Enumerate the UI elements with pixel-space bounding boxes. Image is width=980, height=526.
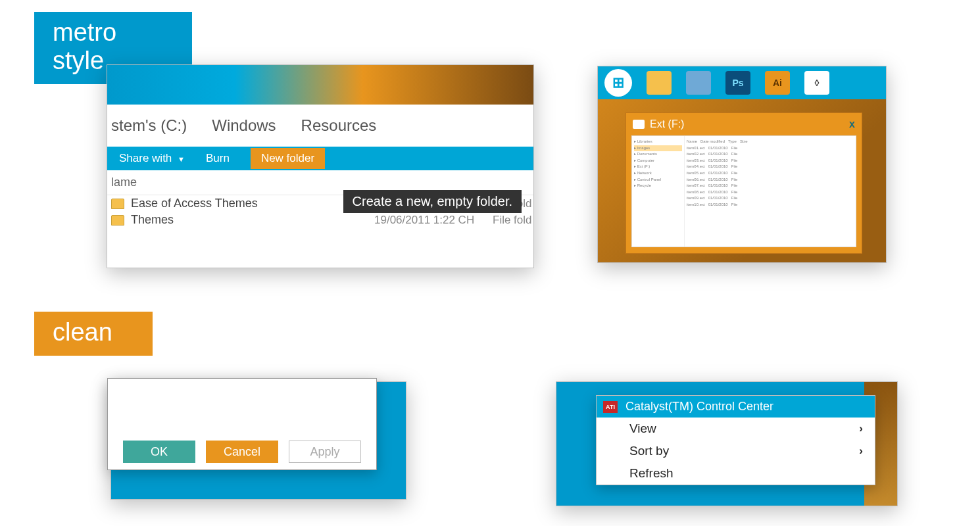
context-menu-header-label: Catalyst(TM) Control Center xyxy=(625,400,773,414)
dialog-button-row: OK Cancel Apply xyxy=(108,441,376,463)
breadcrumb-item[interactable]: Resources xyxy=(301,116,377,135)
taskbar: ⊞ Ps Ai ◊ xyxy=(598,66,886,99)
taskbar-foobar-icon[interactable]: ◊ xyxy=(804,71,829,95)
context-menu-item-refresh[interactable]: Refresh xyxy=(597,462,875,485)
table-row[interactable]: Themes 19/06/2011 1:22 CH File fold xyxy=(107,212,533,228)
context-menu-item-view[interactable]: View › xyxy=(597,418,875,440)
taskbar-preview-panel: ⊞ Ps Ai ◊ Ext (F:) x ▸ Libraries ▸ Image… xyxy=(597,66,887,263)
tooltip: Create a new, empty folder. xyxy=(343,190,522,213)
taskbar-photoshop-icon[interactable]: Ps xyxy=(725,71,750,95)
burn-button[interactable]: Burn xyxy=(206,152,230,165)
context-menu-header[interactable]: ATI Catalyst(TM) Control Center xyxy=(597,396,875,418)
breadcrumb-item[interactable]: Windows xyxy=(212,116,276,135)
breadcrumb[interactable]: stem's (C:) Windows Resources xyxy=(107,105,533,147)
file-name: Ease of Access Themes xyxy=(131,197,374,210)
drive-window: Ext (F:) x ▸ Libraries ▸ Images ▸ Docume… xyxy=(625,112,862,254)
breadcrumb-item[interactable]: stem's (C:) xyxy=(111,116,187,135)
file-type: File fold xyxy=(493,214,532,227)
taskbar-folder-icon[interactable] xyxy=(647,71,672,95)
context-menu-item-sortby[interactable]: Sort by › xyxy=(597,440,875,462)
close-icon[interactable]: x xyxy=(849,118,855,130)
new-folder-button[interactable]: New folder xyxy=(251,148,325,169)
explorer-header-stripe xyxy=(107,65,533,105)
chevron-right-icon: › xyxy=(859,422,863,435)
chevron-right-icon: › xyxy=(859,444,863,458)
ati-icon: ATI xyxy=(603,401,618,413)
file-list[interactable]: Name Date modified Type Size item01.ext … xyxy=(685,136,856,247)
folder-icon xyxy=(111,215,124,226)
cancel-button[interactable]: Cancel xyxy=(206,441,278,463)
window-titlebar[interactable]: Ext (F:) x xyxy=(626,113,862,135)
chevron-down-icon: ▼ xyxy=(178,155,185,163)
taskbar-illustrator-icon[interactable]: Ai xyxy=(765,71,790,95)
share-with-button[interactable]: Share with ▼ xyxy=(119,152,185,165)
window-title: Ext (F:) xyxy=(650,118,684,130)
explorer-window: stem's (C:) Windows Resources Share with… xyxy=(107,64,534,268)
section-label-clean: clean xyxy=(34,312,153,356)
dialog-window: OK Cancel Apply xyxy=(107,378,377,470)
dialog-panel: OK Cancel Apply xyxy=(110,381,406,500)
context-menu: ATI Catalyst(TM) Control Center View › S… xyxy=(596,395,875,485)
apply-button[interactable]: Apply xyxy=(289,441,361,463)
folder-icon xyxy=(111,199,124,209)
share-with-label: Share with xyxy=(119,152,172,164)
context-menu-panel: ATI Catalyst(TM) Control Center View › S… xyxy=(556,381,898,506)
drive-window-body: ▸ Libraries ▸ Images ▸ Documents ▸ Compu… xyxy=(631,135,856,247)
menu-label: Sort by xyxy=(629,444,669,458)
file-date: 19/06/2011 1:22 CH xyxy=(374,214,493,227)
taskbar-computer-icon[interactable] xyxy=(686,71,711,95)
drive-icon xyxy=(633,120,645,129)
command-bar: Share with ▼ Burn New folder xyxy=(107,147,533,170)
ok-button[interactable]: OK xyxy=(123,441,195,463)
menu-label: Refresh xyxy=(629,466,674,481)
file-name: Themes xyxy=(131,213,374,227)
menu-label: View xyxy=(629,421,656,436)
start-button[interactable]: ⊞ xyxy=(604,69,632,97)
folder-tree[interactable]: ▸ Libraries ▸ Images ▸ Documents ▸ Compu… xyxy=(632,136,685,247)
